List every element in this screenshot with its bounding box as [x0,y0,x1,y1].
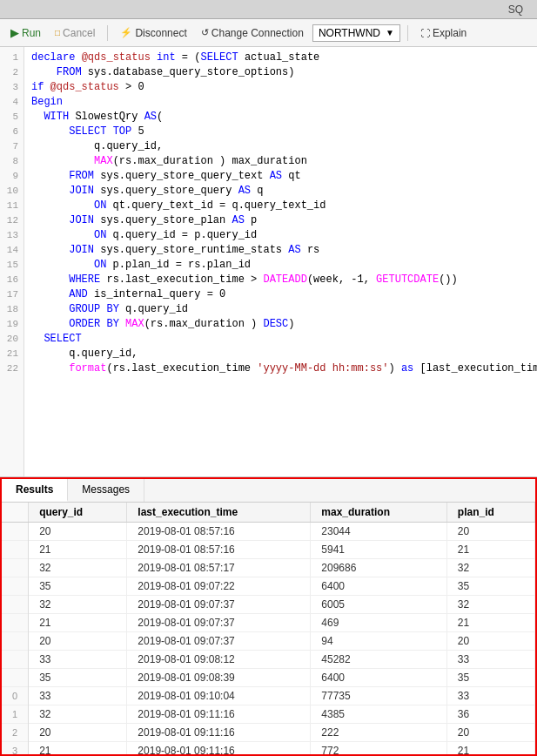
cell-max_duration: 222 [311,724,447,742]
cell-max_duration: 4385 [311,705,447,724]
col-plan-id: plan_id [446,503,534,523]
table-row: 212019-08-01 09:07:3746921 [2,614,535,632]
cell-max_duration: 209686 [311,559,447,577]
col-query-id: query_id [29,503,127,523]
cell-plan_id: 32 [446,596,534,614]
cell-last_execution_time: 2019-08-01 09:08:12 [127,651,311,669]
title-bar-label: SQ [508,3,523,16]
cell-max_duration: 6005 [311,596,447,614]
connection-dropdown[interactable]: NORTHWND ▼ [312,24,400,42]
cell-max_duration: 6400 [311,669,447,687]
cell-plan_id: 33 [446,651,534,669]
cell-plan_id: 20 [446,632,534,651]
cell-query_id: 33 [29,651,127,669]
dropdown-arrow-icon: ▼ [386,28,394,37]
cell-last_execution_time: 2019-08-01 09:11:16 [127,705,311,724]
cell-last_execution_time: 2019-08-01 08:57:16 [127,541,311,559]
cell-plan_id: 33 [446,687,534,705]
title-bar: SQ [0,0,537,19]
cell-last_execution_time: 2019-08-01 09:07:37 [127,614,311,632]
results-tabs: Results Messages [2,479,535,503]
row-number: 3 [2,742,29,755]
line-numbers: 12345 678910 1112131415 1617181920 2122 [0,47,24,476]
cell-max_duration: 77735 [311,687,447,705]
row-number [2,651,29,669]
row-number [2,559,29,577]
cell-last_execution_time: 2019-08-01 09:11:16 [127,742,311,755]
row-number: 1 [2,705,29,724]
cell-query_id: 32 [29,596,127,614]
cell-max_duration: 469 [311,614,447,632]
disconnect-button[interactable]: ⚡ Disconnect [115,25,191,41]
cell-last_execution_time: 2019-08-01 09:11:16 [127,724,311,742]
connection-name: NORTHWND [319,27,380,39]
cell-last_execution_time: 2019-08-01 09:08:39 [127,669,311,687]
run-button[interactable]: ▶ Run [5,24,46,41]
cell-last_execution_time: 2019-08-01 09:07:22 [127,577,311,596]
tab-results[interactable]: Results [2,479,68,502]
cell-query_id: 20 [29,632,127,651]
row-num-header [2,503,29,523]
row-number [2,523,29,541]
col-max-dur: max_duration [311,503,447,523]
cell-last_execution_time: 2019-08-01 09:07:37 [127,632,311,651]
cell-query_id: 20 [29,523,127,541]
cell-query_id: 21 [29,742,127,755]
row-number: 0 [2,687,29,705]
table-row: 1322019-08-01 09:11:16438536 [2,705,535,724]
main-area: 12345 678910 1112131415 1617181920 2122 … [0,47,537,756]
cell-plan_id: 20 [446,523,534,541]
row-number [2,632,29,651]
results-tbody: 202019-08-01 08:57:162304420212019-08-01… [2,523,535,755]
cell-query_id: 35 [29,577,127,596]
cell-last_execution_time: 2019-08-01 08:57:16 [127,523,311,541]
results-panel: Results Messages query_id last_execution… [0,477,537,756]
tab-messages[interactable]: Messages [68,479,144,502]
row-number [2,614,29,632]
row-number [2,669,29,687]
cell-query_id: 21 [29,614,127,632]
cell-query_id: 21 [29,541,127,559]
table-header: query_id last_execution_time max_duratio… [2,503,535,523]
results-table: query_id last_execution_time max_duratio… [2,503,535,754]
change-connection-icon: ↺ [201,27,209,38]
table-row: 322019-08-01 08:57:1720968632 [2,559,535,577]
cell-max_duration: 94 [311,632,447,651]
cell-query_id: 33 [29,687,127,705]
cancel-button[interactable]: □ Cancel [50,25,100,41]
toolbar: ▶ Run □ Cancel ⚡ Disconnect ↺ Change Con… [0,19,537,47]
table-row: 0332019-08-01 09:10:047773533 [2,687,535,705]
code-content[interactable]: declare @qds_status int = (SELECT actual… [24,47,537,476]
cancel-icon: □ [55,28,60,37]
results-table-container[interactable]: query_id last_execution_time max_duratio… [2,503,535,754]
cell-last_execution_time: 2019-08-01 08:57:17 [127,559,311,577]
table-row: 322019-08-01 09:07:37600532 [2,596,535,614]
cell-query_id: 32 [29,559,127,577]
table-row: 212019-08-01 08:57:16594121 [2,541,535,559]
row-number [2,577,29,596]
separator [107,25,108,41]
cell-plan_id: 35 [446,669,534,687]
table-row: 352019-08-01 09:07:22640035 [2,577,535,596]
cell-last_execution_time: 2019-08-01 09:10:04 [127,687,311,705]
cell-max_duration: 772 [311,742,447,755]
cell-plan_id: 21 [446,541,534,559]
cell-plan_id: 35 [446,577,534,596]
separator2 [407,25,408,41]
cell-plan_id: 20 [446,724,534,742]
change-connection-button[interactable]: ↺ Change Connection [196,25,309,41]
table-row: 2202019-08-01 09:11:1622220 [2,724,535,742]
cell-max_duration: 23044 [311,523,447,541]
cell-plan_id: 36 [446,705,534,724]
cell-plan_id: 32 [446,559,534,577]
cell-max_duration: 45282 [311,651,447,669]
table-row: 352019-08-01 09:08:39640035 [2,669,535,687]
cell-max_duration: 5941 [311,541,447,559]
explain-button[interactable]: ⛶ Explain [415,25,472,41]
cell-last_execution_time: 2019-08-01 09:07:37 [127,596,311,614]
cell-query_id: 32 [29,705,127,724]
row-number [2,596,29,614]
row-number: 2 [2,724,29,742]
cell-query_id: 35 [29,669,127,687]
code-editor: 12345 678910 1112131415 1617181920 2122 … [0,47,537,477]
